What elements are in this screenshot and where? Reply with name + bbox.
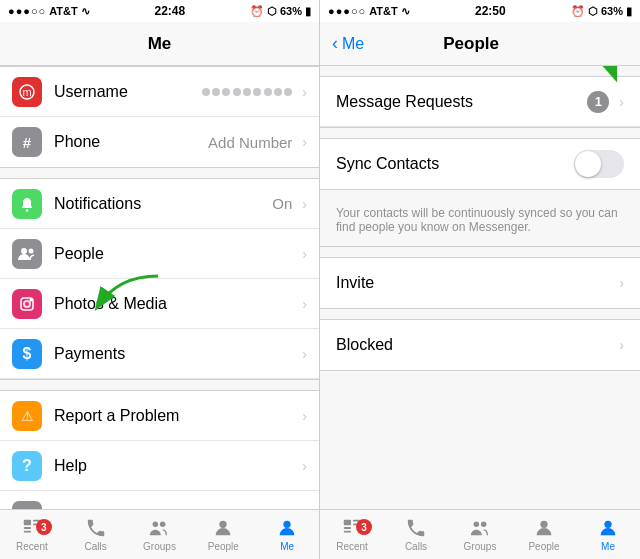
back-label: Me xyxy=(342,35,364,53)
settings-item-report[interactable]: ⚠ Report a Problem › xyxy=(0,391,319,441)
report-icon: ⚠ xyxy=(12,401,42,431)
section-invite: Invite › xyxy=(320,257,640,309)
svg-rect-11 xyxy=(24,527,31,529)
settings-item-people[interactable]: People › xyxy=(0,229,319,279)
right-tab-groups[interactable]: Groups xyxy=(448,517,512,552)
settings-item-phone[interactable]: # Phone Add Number › xyxy=(0,117,319,167)
svg-point-2 xyxy=(26,209,28,211)
settings-item-privacy[interactable]: ••• Privacy & Terms › xyxy=(0,491,319,509)
signal-dots: ●●●○○ xyxy=(8,5,46,17)
right-nav-title: People xyxy=(364,34,578,54)
right-tab-people[interactable]: People xyxy=(512,517,576,552)
svg-rect-21 xyxy=(344,527,351,529)
notifications-icon xyxy=(12,189,42,219)
right-people-tab-label: People xyxy=(528,541,559,552)
section-features: Notifications On › People › xyxy=(0,178,319,380)
phone-icon: # xyxy=(12,127,42,157)
invite-chevron: › xyxy=(619,275,624,291)
right-content: Message Requests 1 › Sync Contacts xyxy=(320,66,640,509)
svg-rect-22 xyxy=(344,531,351,533)
calls-tab-label: Calls xyxy=(85,541,107,552)
payments-chevron: › xyxy=(302,346,307,362)
right-groups-icon xyxy=(469,517,491,539)
left-settings-list: m Username › # Phone Add Number › xyxy=(0,66,319,509)
right-status-right: ⏰ ⬡ 63% ▮ xyxy=(571,5,632,18)
recent-tab-label: Recent xyxy=(16,541,48,552)
right-nav-bar: ‹ Me People xyxy=(320,22,640,66)
right-alarm-icon: ⏰ xyxy=(571,5,585,18)
username-icon: m xyxy=(12,77,42,107)
right-people-tab-icon xyxy=(533,517,555,539)
battery-icon: ▮ xyxy=(305,5,311,18)
right-battery-label: 63% xyxy=(601,5,623,17)
message-requests-chevron: › xyxy=(619,94,624,110)
username-value xyxy=(202,88,292,96)
blocked-item[interactable]: Blocked › xyxy=(320,320,640,370)
right-carrier: ●●●○○ AT&T ∿ xyxy=(328,5,410,18)
message-requests-item[interactable]: Message Requests 1 › xyxy=(320,77,640,127)
left-status-right: ⏰ ⬡ 63% ▮ xyxy=(250,5,311,18)
section-account: m Username › # Phone Add Number › xyxy=(0,66,319,168)
right-battery-icon: ▮ xyxy=(626,5,632,18)
section-message-requests: Message Requests 1 › xyxy=(320,76,640,128)
people-label: People xyxy=(54,245,298,263)
privacy-label: Privacy & Terms xyxy=(54,507,298,509)
privacy-icon: ••• xyxy=(12,501,42,509)
notifications-label: Notifications xyxy=(54,195,272,213)
right-recent-badge: 3 xyxy=(356,519,372,535)
photos-icon xyxy=(12,289,42,319)
svg-point-27 xyxy=(540,521,547,528)
right-tab-bar: 3 Recent Calls Groups People Me xyxy=(320,509,640,559)
phone-label: Phone xyxy=(54,133,208,151)
svg-point-25 xyxy=(474,522,480,528)
back-button[interactable]: ‹ Me xyxy=(332,33,364,54)
help-label: Help xyxy=(54,457,298,475)
back-chevron-icon: ‹ xyxy=(332,33,338,54)
alarm-icon: ⏰ xyxy=(250,5,264,18)
help-icon: ? xyxy=(12,451,42,481)
carrier-label: AT&T xyxy=(49,5,78,17)
tab-calls[interactable]: Calls xyxy=(64,517,128,552)
right-tab-recent[interactable]: 3 Recent xyxy=(320,517,384,552)
privacy-chevron: › xyxy=(302,508,307,509)
sync-contacts-toggle[interactable] xyxy=(574,150,624,178)
svg-text:m: m xyxy=(22,86,31,98)
right-tab-me[interactable]: Me xyxy=(576,517,640,552)
tab-me[interactable]: Me xyxy=(255,517,319,552)
right-time: 22:50 xyxy=(475,4,506,18)
right-panel: ●●●○○ AT&T ∿ 22:50 ⏰ ⬡ 63% ▮ ‹ Me People… xyxy=(320,0,640,559)
left-carrier: ●●●○○ AT&T ∿ xyxy=(8,5,90,18)
settings-item-help[interactable]: ? Help › xyxy=(0,441,319,491)
tab-recent[interactable]: 3 Recent xyxy=(0,517,64,552)
settings-item-photos[interactable]: Photos & Media › xyxy=(0,279,319,329)
left-panel: ●●●○○ AT&T ∿ 22:48 ⏰ ⬡ 63% ▮ Me m Userna… xyxy=(0,0,320,559)
right-tab-calls[interactable]: Calls xyxy=(384,517,448,552)
sync-description: Your contacts will be continuously synce… xyxy=(320,200,640,247)
section-support: ⚠ Report a Problem › ? Help › ••• Privac… xyxy=(0,390,319,509)
blocked-chevron: › xyxy=(619,337,624,353)
right-bluetooth-icon: ⬡ xyxy=(588,5,598,18)
people-tab-label: People xyxy=(208,541,239,552)
me-tab-icon xyxy=(276,517,298,539)
svg-point-4 xyxy=(29,248,34,253)
right-calls-icon xyxy=(405,517,427,539)
photos-label: Photos & Media xyxy=(54,295,298,313)
svg-point-28 xyxy=(604,521,611,528)
svg-rect-20 xyxy=(344,520,351,526)
settings-item-notifications[interactable]: Notifications On › xyxy=(0,179,319,229)
people-icon xyxy=(12,239,42,269)
username-label: Username xyxy=(54,83,202,101)
message-requests-label: Message Requests xyxy=(336,93,587,111)
svg-point-15 xyxy=(153,522,159,528)
phone-value: Add Number xyxy=(208,134,292,151)
settings-item-username[interactable]: m Username › xyxy=(0,67,319,117)
left-status-bar: ●●●○○ AT&T ∿ 22:48 ⏰ ⬡ 63% ▮ xyxy=(0,0,319,22)
right-wifi-icon: ∿ xyxy=(401,5,410,18)
invite-item[interactable]: Invite › xyxy=(320,258,640,308)
tab-groups[interactable]: Groups xyxy=(128,517,192,552)
notifications-chevron: › xyxy=(302,196,307,212)
settings-item-payments[interactable]: $ Payments › xyxy=(0,329,319,379)
tab-people[interactable]: People xyxy=(191,517,255,552)
notifications-value: On xyxy=(272,195,292,212)
sync-contacts-item[interactable]: Sync Contacts xyxy=(320,139,640,189)
